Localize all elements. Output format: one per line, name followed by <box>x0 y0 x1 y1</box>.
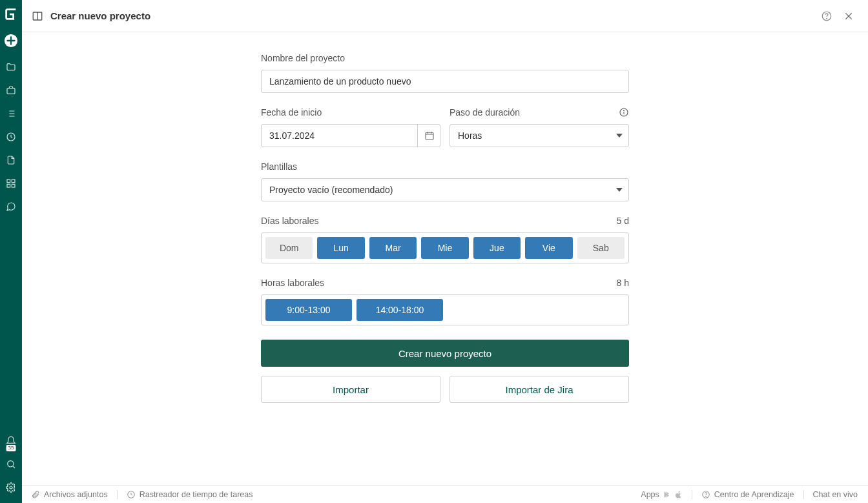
svg-point-11 <box>827 18 827 19</box>
working-hours-summary: 8 h <box>617 278 629 288</box>
start-date-input[interactable] <box>261 124 440 147</box>
sidebar-folder[interactable] <box>0 56 22 79</box>
svg-point-7 <box>8 461 14 467</box>
import-jira-button[interactable]: Importar de Jira <box>450 376 629 403</box>
separator <box>803 490 804 499</box>
info-icon[interactable] <box>619 107 629 118</box>
close-icon[interactable] <box>842 10 855 23</box>
view-columns-icon[interactable] <box>31 10 44 23</box>
statusbar-apps[interactable]: Apps <box>641 490 683 499</box>
statusbar-time-tracker-label: Rastreador de tiempo de tareas <box>140 490 253 499</box>
notification-badge: 35 <box>6 445 16 451</box>
svg-rect-5 <box>7 184 10 187</box>
help-icon[interactable] <box>820 10 833 23</box>
page-title: Crear nuevo proyecto <box>50 10 150 21</box>
duration-step-label: Paso de duración <box>450 107 520 118</box>
hour-chip-1[interactable]: 14:00-18:00 <box>356 299 443 321</box>
sidebar-export[interactable] <box>0 149 22 172</box>
svg-rect-1 <box>7 88 15 94</box>
day-chip-6[interactable]: Sab <box>577 237 625 259</box>
statusbar-time-tracker[interactable]: Rastreador de tiempo de tareas <box>127 490 253 499</box>
sidebar-clock[interactable] <box>0 125 22 149</box>
working-days-summary: 5 d <box>617 216 629 226</box>
statusbar-learning-center-label: Centro de Aprendizaje <box>714 490 794 499</box>
statusbar-live-chat-label: Chat en vivo <box>813 490 858 499</box>
statusbar-apps-label: Apps <box>641 490 659 499</box>
create-project-button[interactable]: Crear nuevo proyecto <box>261 340 629 367</box>
day-chip-1[interactable]: Lun <box>317 237 364 259</box>
sidebar-notifications[interactable]: 35 <box>0 429 22 453</box>
project-name-input[interactable] <box>261 70 629 93</box>
working-hours-picker: 9:00-13:0014:00-18:00 <box>261 294 629 325</box>
separator <box>117 490 118 499</box>
statusbar-learning-center[interactable]: Centro de Aprendizaje <box>701 490 794 499</box>
statusbar-live-chat[interactable]: Chat en vivo <box>813 490 858 499</box>
app-logo[interactable] <box>0 0 22 28</box>
sidebar-apps[interactable] <box>0 172 22 195</box>
statusbar-attachments[interactable]: Archivos adjuntos <box>31 490 108 499</box>
day-chip-0[interactable]: Dom <box>265 237 313 259</box>
google-play-icon <box>663 491 671 498</box>
duration-step-select[interactable] <box>450 124 629 147</box>
day-chip-2[interactable]: Mar <box>369 237 417 259</box>
hour-chip-0[interactable]: 9:00-13:00 <box>265 299 352 321</box>
working-days-label: Días laborales <box>261 216 319 226</box>
separator <box>692 490 692 499</box>
day-chip-3[interactable]: Mie <box>421 237 468 259</box>
apple-icon <box>675 491 683 498</box>
working-hours-label: Horas laborales <box>261 278 324 288</box>
sidebar-settings[interactable] <box>0 476 22 499</box>
svg-point-14 <box>624 110 625 111</box>
svg-point-17 <box>705 496 706 497</box>
start-date-label: Fecha de inicio <box>261 107 440 118</box>
import-button[interactable]: Importar <box>261 376 440 403</box>
add-button[interactable] <box>0 30 22 52</box>
svg-rect-3 <box>7 180 10 183</box>
sidebar-list[interactable] <box>0 102 22 125</box>
sidebar-briefcase[interactable] <box>0 79 22 102</box>
working-days-picker: DomLunMarMieJueVieSab <box>261 232 629 263</box>
project-name-label: Nombre del proyecto <box>261 53 629 63</box>
day-chip-5[interactable]: Vie <box>525 237 572 259</box>
svg-point-8 <box>10 486 12 489</box>
templates-label: Plantillas <box>261 161 629 172</box>
statusbar-attachments-label: Archivos adjuntos <box>44 490 108 499</box>
sidebar-chat[interactable] <box>0 195 22 218</box>
day-chip-4[interactable]: Jue <box>473 237 521 259</box>
templates-select[interactable] <box>261 178 629 201</box>
svg-rect-6 <box>12 184 15 187</box>
sidebar-search[interactable] <box>0 453 22 476</box>
svg-rect-4 <box>12 180 15 183</box>
